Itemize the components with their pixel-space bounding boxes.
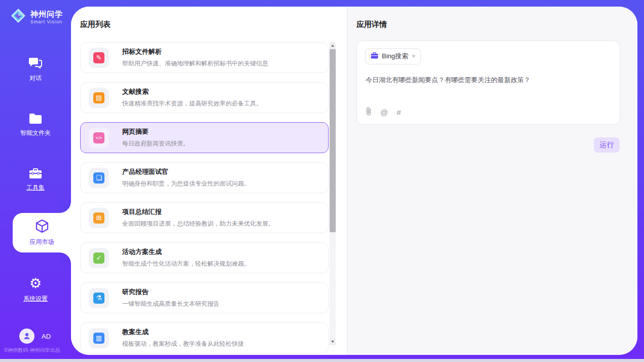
cube-icon [35,219,49,235]
app-item-title: 研究报告 [122,287,220,297]
app-item-title: 网页摘要 [122,127,189,136]
app-item-title: 活动方案生成 [122,247,250,257]
scrollbar-thumb[interactable] [330,49,336,232]
hash-icon[interactable]: # [397,108,401,117]
app-list-item[interactable]: ✎ 招标文件解析 帮助用户快速、准确地理解和解析招标书中的关键信息 [80,42,329,73]
bottom-strip [0,359,644,362]
book-icon: ▤ [89,88,109,108]
sidebar-item-chat[interactable]: 对话 [0,57,71,83]
app-list-item[interactable]: ⊞ 项目总结汇报 全面回顾项目进展，总结经验教训，助力未来优化发展。 [80,202,329,233]
app-item-title: 项目总结汇报 [122,207,274,216]
app-list-item[interactable]: ▥ 教案生成 模板驱动，教案秒成，教学准备从此轻松快捷 [80,322,329,353]
app-window: 神州问学 Smart Vision 对话 智能文件夹 [0,0,644,362]
input-toolbar: @ # [366,107,401,118]
app-item-desc: 快速精准查找学术资源，提高研究效率的必备工具。 [122,99,262,108]
sidebar-item-toolbox[interactable]: 工具集 [0,167,71,192]
app-item-desc: 模板驱动，教案秒成，教学准备从此轻松快捷 [122,340,244,348]
app-item-title: 文献搜索 [122,87,262,96]
app-item-desc: 帮助用户快速、准确地理解和解析招标书中的关键信息 [122,59,268,68]
app-detail-title: 应用详情 [356,20,387,29]
brand-name: 神州问学 [30,10,63,19]
brand-gem-icon [10,8,26,26]
calendar-icon: ⊞ [89,208,109,228]
app-item-title: 招标文件解析 [122,47,268,56]
chat-icon [0,57,71,70]
gear-icon: ⚙ [0,276,71,291]
app-item-desc: 一键智能生成高质量长文本研究报告 [122,300,220,308]
app-list-pane: 应用列表 ✎ 招标文件解析 帮助用户快速、准确地理解和解析招标书中的关键信息 ▤… [71,7,347,355]
app-list-item[interactable]: ⚗ 研究报告 一键智能生成高质量长文本研究报告 [80,282,329,313]
app-list-item[interactable]: </> 网页摘要 每日政府新闻资讯快查。 [80,122,329,153]
paperclip-icon[interactable] [366,107,372,118]
prompt-card: Bing搜索 × 今日湖北有哪些新闻要点？有哪些需要关注的最新政策？ @ # [356,41,620,125]
interview-icon: ❏ [89,168,109,188]
sidebar-item-smart-folder[interactable]: 智能文件夹 [0,113,71,137]
app-list: ✎ 招标文件解析 帮助用户快速、准确地理解和解析招标书中的关键信息 ▤ 文献搜索… [80,42,329,355]
app-detail-pane: 应用详情 Bing搜索 × 今日湖北有哪些新闻要点？有哪些需要关注的最新政策？ [347,7,637,355]
sidebar-item-label: 智能文件夹 [20,129,51,136]
tool-tag-bing-search[interactable]: Bing搜索 × [365,48,421,64]
copyright-footer: ©神州数码·神州问学出品 [4,347,71,354]
app-item-title: 产品经理面试官 [122,167,250,176]
sidebar-item-label: 工具集 [26,184,45,191]
briefcase-icon [371,52,378,61]
app-item-desc: 明确身份和职责，为您提供专业性的面试问题。 [122,179,250,188]
sidebar-item-settings[interactable]: ⚙ 系统设置 [0,276,71,303]
user-name: AD [42,333,51,340]
at-icon[interactable]: @ [380,108,388,117]
scroll-up-button[interactable] [330,42,336,49]
sidebar-item-label: 应用市场 [30,238,54,246]
avatar[interactable] [19,329,34,344]
brand-logo: 神州问学 Smart Vision [10,8,63,26]
browser-code-icon: </> [89,128,109,148]
clipboard-check-icon: ✓ [89,248,109,268]
content-card: 应用列表 ✎ 招标文件解析 帮助用户快速、准确地理解和解析招标书中的关键信息 ▤… [71,7,637,355]
app-item-desc: 智能生成个性化活动方案，轻松解决规划难题。 [122,260,250,268]
sidebar-item-app-market[interactable]: 应用市场 [13,213,71,252]
folder-icon [0,113,71,125]
app-item-title: 教案生成 [122,328,244,337]
app-list-item[interactable]: ❏ 产品经理面试官 明确身份和职责，为您提供专业性的面试问题。 [80,162,329,193]
sidebar-item-label: 对话 [29,75,42,82]
person-icon [23,332,31,340]
app-list-item[interactable]: ▤ 文献搜索 快速精准查找学术资源，提高研究效率的必备工具。 [80,82,329,113]
books-icon: ▥ [89,328,109,348]
sidebar: 神州问学 Smart Vision 对话 智能文件夹 [0,0,71,362]
tool-tag-label: Bing搜索 [382,52,408,61]
pen-icon: ✎ [89,48,109,68]
app-list-item[interactable]: ✓ 活动方案生成 智能生成个性化活动方案，轻松解决规划难题。 [80,242,329,273]
sidebar-item-label: 系统设置 [23,295,48,302]
flask-icon: ⚗ [89,288,109,308]
brand-subtitle: Smart Vision [30,19,63,24]
scroll-down-button[interactable] [330,338,336,345]
prompt-text[interactable]: 今日湖北有哪些新闻要点？有哪些需要关注的最新政策？ [366,76,609,85]
user-row: AD [19,329,51,344]
app-list-scrollbar[interactable] [330,42,336,345]
app-list-title: 应用列表 [80,20,111,29]
toolbox-icon [0,167,71,179]
app-item-desc: 全面回顾项目进展，总结经验教训，助力未来优化发展。 [122,220,274,228]
close-icon[interactable]: × [412,53,415,60]
app-item-desc: 每日政府新闻资讯快查。 [122,139,189,148]
run-button[interactable]: 运行 [594,137,620,153]
